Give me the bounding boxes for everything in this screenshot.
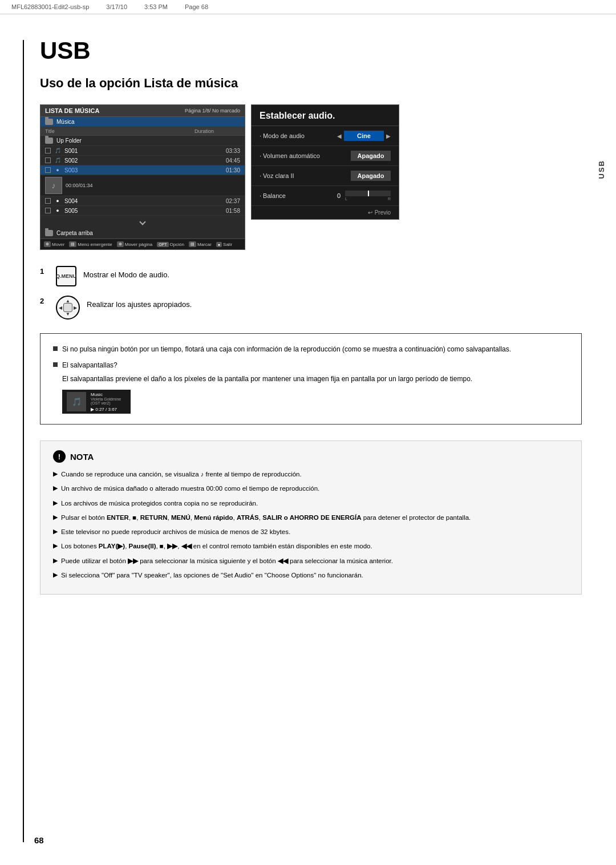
footer-btn-option[interactable]: OPT Opción: [157, 242, 184, 247]
filename-s005: S005: [64, 208, 222, 214]
filename-s003: S003: [64, 167, 222, 173]
menu-btn-icon: ▤: [69, 241, 76, 247]
note-section: ! NOTA ▶ Cuando se reproduce una canción…: [40, 440, 582, 595]
note-item-3: ▶ Los archivos de música protegidos cont…: [53, 499, 569, 508]
scroll-indicator-area: [40, 216, 245, 228]
balance-bar-container: L R: [345, 191, 391, 201]
file-row-s005[interactable]: ● S005 01:58: [40, 206, 245, 216]
step-1-row: 1 Q.MENU Mostrar el Modo de audio.: [40, 266, 582, 286]
prev-label: Previo: [375, 209, 391, 216]
step-2-number: 2: [40, 297, 49, 305]
screenshot-area: LISTA DE MÚSICA Página 1/8/ No marcado M…: [40, 104, 582, 250]
mode-value-box: Cine: [344, 131, 384, 141]
music-icon-s003: ●: [54, 167, 61, 173]
mode-arrow-left[interactable]: ◀: [337, 133, 342, 139]
audio-row-balance[interactable]: · Balance 0 L R: [252, 186, 399, 206]
note-item-7: ▶ Puede utilizar el botón ▶▶ para selecc…: [53, 556, 569, 566]
set-audio-title: Establecer audio.: [252, 105, 399, 126]
bullet-icon-1: [53, 346, 58, 351]
note-icon: !: [53, 450, 66, 463]
step-1-text: Mostrar el Modo de audio.: [83, 266, 169, 281]
audio-row-mode[interactable]: · Modo de audio ◀ Cine ▶: [252, 126, 399, 146]
checkbox-s002[interactable]: [45, 157, 51, 163]
note-item-4: ▶ Pulsar el botón ENTER, ■, RETURN, MENÚ…: [53, 513, 569, 523]
mover-btn-icon: ⊕: [44, 241, 51, 247]
note-item-8: ▶ Si selecciona "Off" para "TV speaker",…: [53, 571, 569, 580]
nav-up-icon: ▲: [66, 298, 70, 304]
music-folder-row[interactable]: Música: [40, 117, 245, 127]
file-row-s001[interactable]: 🎵 S001 03:33: [40, 146, 245, 156]
side-usb-label: USB: [597, 160, 606, 179]
album-art: ♪: [45, 177, 62, 194]
preview-artist: Violeta Goldmine (OST ver2): [91, 397, 126, 405]
voice-label: · Voz clara II: [260, 172, 351, 179]
note-title: NOTA: [70, 452, 94, 462]
note-text-7: Puede utilizar el botón ▶▶ para seleccio…: [61, 556, 393, 566]
note-text-5: Este televisor no puede reproducir archi…: [61, 527, 290, 537]
up-folder-icon: [45, 138, 53, 144]
step-2-row: 2 ▲ ▼ ◀ ▶ Realizar los ajustes apropiado…: [40, 296, 582, 320]
option-btn-icon: OPT: [157, 242, 168, 247]
folder-up-row[interactable]: Carpeta arriba: [40, 228, 245, 239]
left-border: [23, 40, 24, 842]
mode-arrow-right[interactable]: ▶: [386, 133, 391, 139]
note-arrow-2: ▶: [53, 484, 58, 492]
file-row-s003[interactable]: ● S003 01:30: [40, 165, 245, 175]
note-arrow-4: ▶: [53, 514, 58, 521]
preview-title: Music: [91, 392, 126, 397]
filename-s001: S001: [64, 148, 222, 154]
info-text-2a: El salvapantallas?: [62, 360, 472, 370]
filename-s002: S002: [64, 157, 222, 164]
info-text-1: Si no pulsa ningún botón por un tiempo, …: [62, 344, 511, 354]
nav-down-icon: ▼: [66, 312, 70, 317]
audio-row-voice[interactable]: · Voz clara II Apagado: [252, 166, 399, 186]
header-date: 3/17/10: [106, 3, 127, 10]
audio-row-volume[interactable]: · Volumen automático Apagado: [252, 146, 399, 166]
header-bar: MFL62883001-Edit2-usb-sp 3/17/10 3:53 PM…: [0, 0, 616, 14]
checkbox-s003[interactable]: [45, 167, 51, 173]
note-text-1: Cuando se reproduce una canción, se visu…: [61, 470, 302, 479]
music-list-header: LISTA DE MÚSICA Página 1/8/ No marcado: [40, 105, 245, 117]
exit-label: Salir: [223, 242, 232, 247]
file-row-s004[interactable]: ● S004 02:37: [40, 196, 245, 206]
checkbox-s005[interactable]: [45, 208, 51, 213]
balance-value: 0 L R: [337, 191, 391, 201]
nav-center-btn[interactable]: [63, 303, 72, 312]
duration-s001: 03:33: [226, 148, 240, 154]
prev-button[interactable]: ↩ Previo: [252, 206, 399, 219]
note-arrow-6: ▶: [53, 542, 58, 549]
music-list-page: Página 1/8/ No marcado: [185, 108, 240, 114]
footer-btn-exit[interactable]: ● Salir: [216, 242, 232, 247]
music-table-header: Title Duration: [40, 127, 245, 136]
volume-label: · Volumen automático: [260, 152, 351, 159]
col-duration: Duration: [194, 128, 240, 134]
balance-right: R: [388, 197, 391, 201]
qmenu-label: Q.MENU: [56, 273, 76, 279]
note-item-2: ▶ Un archivo de música dañado o alterado…: [53, 484, 569, 494]
info-text-2b: El salvapantallas previene el daño a los…: [62, 374, 472, 384]
footer-btn-page[interactable]: ⊕ Mover página: [117, 241, 152, 247]
step-2-icon: ▲ ▼ ◀ ▶: [56, 296, 80, 320]
now-playing-row: ♪ 00:00/01:34: [40, 175, 245, 196]
qmenu-icon[interactable]: Q.MENU: [56, 266, 76, 286]
note-text-6: Los botones PLAY(▶), Pause(II), ■, ▶▶, ◀…: [61, 541, 372, 551]
note-arrow-1: ▶: [53, 470, 58, 478]
voice-value-box: Apagado: [351, 171, 391, 181]
nav-circle[interactable]: ▲ ▼ ◀ ▶: [56, 296, 80, 320]
mode-label: · Modo de audio: [260, 132, 337, 139]
note-header: ! NOTA: [53, 450, 569, 463]
screensaver-preview: 🎵 Music Violeta Goldmine (OST ver2) ▶ 0:…: [62, 390, 131, 414]
note-item-6: ▶ Los botones PLAY(▶), Pause(II), ■, ▶▶,…: [53, 541, 569, 551]
header-page-ref: Page 68: [185, 3, 208, 10]
mover-label: Mover: [52, 242, 64, 247]
checkbox-s004[interactable]: [45, 198, 51, 204]
info-section-2: El salvapantallas? El salvapantallas pre…: [62, 360, 472, 384]
voice-value: Apagado: [351, 171, 391, 181]
note-text-4: Pulsar el botón ENTER, ■, RETURN, MENÚ, …: [61, 513, 471, 523]
footer-btn-mover[interactable]: ⊕ Mover: [44, 241, 64, 247]
checkbox-s001[interactable]: [45, 148, 51, 153]
up-folder-row[interactable]: Up Folder: [40, 136, 245, 146]
footer-btn-menu[interactable]: ▤ Menú emergente: [69, 241, 112, 247]
footer-btn-mark[interactable]: ▤ Marcar: [189, 241, 212, 247]
file-row-s002[interactable]: 🎵 S002 04:45: [40, 156, 245, 165]
